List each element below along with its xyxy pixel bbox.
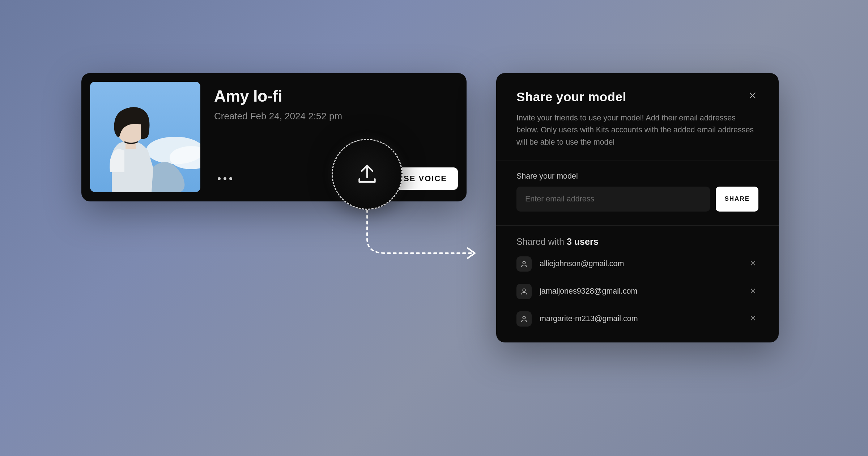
remove-user-button[interactable] — [748, 313, 758, 325]
share-button[interactable]: SHARE — [716, 187, 758, 212]
remove-user-button[interactable] — [748, 258, 758, 270]
close-icon — [750, 315, 756, 321]
share-input-section: Share your model SHARE — [496, 161, 779, 225]
connector-arrow — [360, 210, 483, 268]
share-model-panel: Share your model Invite your friends to … — [496, 73, 779, 342]
thumbnail-illustration — [90, 82, 200, 192]
shared-with-prefix: Shared with — [516, 236, 567, 247]
model-card: Amy lo-fi Created Feb 24, 2024 2:52 pm S… — [81, 73, 467, 201]
more-options-button[interactable] — [214, 174, 236, 184]
user-email: alliejohnson@gmail.com — [540, 259, 740, 268]
share-panel-description: Invite your friends to use your model! A… — [516, 112, 758, 148]
model-title: Amy lo-fi — [214, 87, 458, 106]
model-thumbnail — [90, 82, 200, 192]
email-input-label: Share your model — [516, 172, 758, 181]
shared-user-row: alliejohnson@gmail.com — [516, 256, 758, 272]
shared-count: 3 — [567, 236, 572, 247]
user-avatar — [516, 284, 532, 299]
svg-point-5 — [523, 261, 525, 264]
shared-user-row: margarite-m213@gmail.com — [516, 311, 758, 327]
upload-icon — [356, 163, 379, 186]
user-avatar — [516, 256, 532, 272]
close-button[interactable] — [747, 90, 758, 102]
svg-point-6 — [523, 289, 525, 291]
remove-user-button[interactable] — [748, 285, 758, 297]
person-icon — [520, 315, 528, 323]
close-icon — [748, 91, 757, 100]
ellipsis-icon — [218, 177, 232, 180]
svg-point-7 — [523, 316, 525, 319]
user-avatar — [516, 311, 532, 327]
close-icon — [750, 260, 756, 267]
shared-user-row: jamaljones9328@gmail.com — [516, 284, 758, 299]
person-icon — [520, 287, 528, 295]
share-panel-title: Share your model — [516, 90, 626, 104]
user-email: margarite-m213@gmail.com — [540, 314, 740, 323]
share-panel-header: Share your model Invite your friends to … — [496, 73, 779, 161]
shared-users-section: Shared with 3 users alliejohnson@gmail.c… — [496, 226, 779, 342]
user-email: jamaljones9328@gmail.com — [540, 287, 740, 296]
shared-with-suffix: users — [572, 236, 599, 247]
shared-with-heading: Shared with 3 users — [516, 236, 758, 247]
upload-share-bubble[interactable] — [332, 139, 403, 210]
use-voice-button[interactable]: SE VOICE — [393, 167, 458, 190]
model-created-date: Created Feb 24, 2024 2:52 pm — [214, 111, 458, 122]
person-icon — [520, 260, 528, 268]
shared-users-list: alliejohnson@gmail.com jamaljones9328@gm… — [516, 256, 758, 327]
close-icon — [750, 287, 756, 294]
email-input[interactable] — [516, 187, 710, 212]
